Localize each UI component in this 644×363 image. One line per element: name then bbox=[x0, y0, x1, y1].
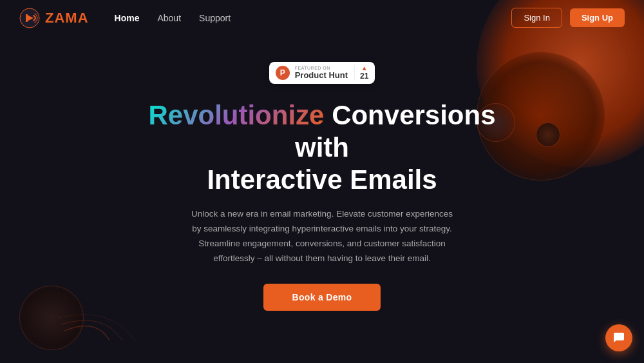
signin-button[interactable]: Sign In bbox=[511, 8, 562, 28]
svg-rect-2 bbox=[26, 14, 28, 22]
signup-button[interactable]: Sign Up bbox=[570, 8, 625, 27]
ph-name: Product Hunt bbox=[295, 70, 348, 80]
nav-support[interactable]: Support bbox=[199, 13, 231, 23]
nav-home[interactable]: Home bbox=[115, 13, 140, 23]
ph-vote-arrow-icon: ▲ bbox=[361, 65, 368, 72]
logo[interactable]: ZAMA bbox=[19, 8, 89, 28]
book-demo-button[interactable]: Book a Demo bbox=[263, 284, 381, 311]
hero-title-line2: Interactive Emails bbox=[129, 164, 515, 196]
product-hunt-logo: P bbox=[276, 66, 290, 80]
hero-gradient-word: Revolutionize bbox=[148, 100, 324, 130]
nav-links: Home About Support bbox=[115, 13, 512, 23]
hero-title-line1: Revolutionize Conversions with bbox=[129, 99, 515, 164]
main-content: P FEATURED ON Product Hunt ▲ 21 Revoluti… bbox=[0, 35, 644, 363]
navbar: ZAMA Home About Support Sign In Sign Up bbox=[0, 0, 644, 35]
logo-text: ZAMA bbox=[45, 10, 89, 26]
nav-about[interactable]: About bbox=[157, 13, 181, 23]
hero-title-rest: Conversions with bbox=[295, 100, 496, 162]
ph-vote-count: 21 bbox=[360, 72, 368, 81]
logo-icon bbox=[19, 8, 40, 28]
ph-vote-section: ▲ 21 bbox=[354, 65, 368, 81]
hero-subtitle: Unlock a new era in email marketing. Ele… bbox=[187, 207, 457, 266]
chat-icon bbox=[612, 331, 625, 344]
product-hunt-text: FEATURED ON Product Hunt bbox=[295, 66, 348, 80]
nav-actions: Sign In Sign Up bbox=[511, 8, 625, 28]
ph-featured-label: FEATURED ON bbox=[295, 66, 330, 70]
chat-bubble-button[interactable] bbox=[605, 324, 632, 351]
hero-title: Revolutionize Conversions with Interacti… bbox=[129, 99, 515, 197]
product-hunt-badge[interactable]: P FEATURED ON Product Hunt ▲ 21 bbox=[269, 62, 375, 84]
